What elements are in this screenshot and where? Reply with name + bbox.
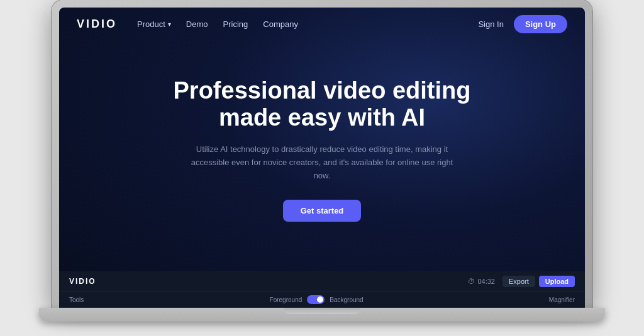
site-logo: VIDIO (77, 18, 117, 31)
editor-timer: ⏱ 04:32 (468, 278, 495, 285)
nav-product-label: Product (137, 19, 165, 29)
sign-up-button[interactable]: Sign Up (514, 15, 567, 33)
clock-icon: ⏱ (468, 278, 475, 285)
background-label: Background (330, 296, 363, 303)
magnifier-label: Magnifier (549, 296, 575, 303)
screen-content: VIDIO Product ▾ Demo Pricing (59, 8, 585, 308)
chevron-down-icon: ▾ (168, 21, 171, 28)
nav-actions: Sign In Sign Up (478, 15, 567, 33)
editor-preview-bar: VIDIO ⏱ 04:32 Export Upload Tools Foreg (59, 271, 585, 308)
laptop-base (39, 308, 605, 322)
laptop-outer: VIDIO Product ▾ Demo Pricing (52, 0, 592, 336)
nav-company[interactable]: Company (263, 19, 298, 29)
editor-logo: VIDIO (69, 277, 96, 286)
hero-title: Professional video editing made easy wit… (158, 77, 486, 132)
laptop-notch (284, 308, 360, 314)
nav-demo-label: Demo (186, 19, 208, 29)
nav-pricing[interactable]: Pricing (223, 19, 248, 29)
tools-label: Tools (69, 296, 84, 303)
nav-company-label: Company (263, 19, 298, 29)
foreground-label: Foreground (270, 296, 303, 303)
editor-toolbar: VIDIO ⏱ 04:32 Export Upload (59, 271, 585, 291)
laptop-wrapper: VIDIO Product ▾ Demo Pricing (0, 0, 644, 336)
navbar: VIDIO Product ▾ Demo Pricing (59, 8, 585, 40)
hero-section: Professional video editing made easy wit… (59, 40, 585, 271)
laptop-screen: VIDIO Product ▾ Demo Pricing (59, 8, 585, 308)
editor-timer-value: 04:32 (477, 278, 495, 285)
toggle-switch[interactable] (307, 295, 325, 304)
nav-pricing-label: Pricing (223, 19, 248, 29)
toggle-knob (317, 296, 323, 303)
hero-subtitle: Utilize AI technology to drastically red… (190, 143, 454, 182)
nav-product[interactable]: Product ▾ (137, 19, 171, 29)
laptop-screen-bezel: VIDIO Product ▾ Demo Pricing (52, 0, 592, 308)
editor-tools-row: Tools Foreground Background Magnifier (59, 291, 585, 308)
export-button[interactable]: Export (502, 276, 535, 287)
nav-demo[interactable]: Demo (186, 19, 208, 29)
foreground-background-toggle[interactable]: Foreground Background (270, 295, 364, 304)
get-started-button[interactable]: Get started (283, 200, 362, 222)
upload-button[interactable]: Upload (539, 276, 575, 287)
sign-in-button[interactable]: Sign In (478, 19, 503, 29)
nav-links: Product ▾ Demo Pricing Company (137, 19, 478, 29)
